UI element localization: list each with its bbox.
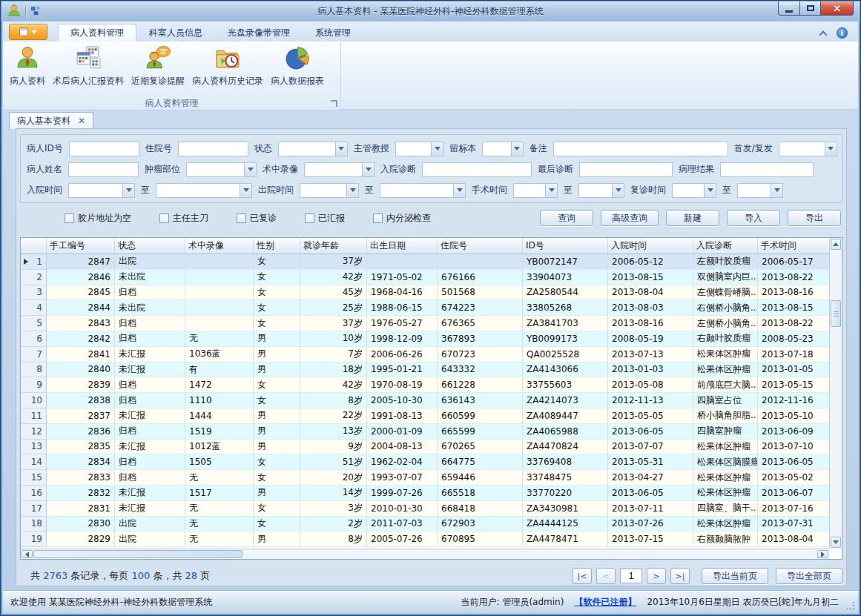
combo-dropdown-button[interactable] [704,184,716,197]
combo-dropdown-button[interactable] [362,163,374,176]
new-button[interactable]: 新建 [666,210,719,226]
checkbox-chief-surgeon[interactable]: 主任主刀 [159,212,208,225]
table-row[interactable]: 102838归档1110女8岁2005-10-30636143ZA4214073… [21,393,829,408]
row-indicator-header[interactable] [21,238,47,254]
patient-name-input[interactable] [68,162,139,177]
registered-link[interactable]: 【软件已注册】 [574,596,636,609]
maximize-button[interactable] [799,1,820,16]
revisit-time-from-combo[interactable] [672,183,716,198]
column-header[interactable]: 入院时间 [608,238,693,254]
table-row[interactable]: 12847出院女37岁YB00721472006-05-12左额叶胶质瘤2006… [21,254,829,270]
resize-grip[interactable] [847,602,854,609]
admission-time-to-combo[interactable] [156,183,252,198]
final-diagnosis-input[interactable] [579,162,673,177]
scroll-down-icon[interactable] [831,537,841,548]
revisit-time-to-combo[interactable] [737,183,783,198]
checkbox-film-address-empty[interactable]: 胶片地址为空 [65,212,131,225]
ribbon-tab-disc-video-management[interactable]: 光盘录像带管理 [215,24,303,42]
quick-access-icon[interactable] [30,5,42,19]
combo-dropdown-button[interactable] [453,184,465,197]
surgery-time-from-combo[interactable] [513,183,558,198]
app-menu-button[interactable] [9,24,47,40]
vscroll-thumb[interactable] [831,300,841,327]
discharge-time-to-combo[interactable] [380,183,466,198]
query-button[interactable]: 查询 [540,210,593,226]
table-row[interactable]: 152833归档无女20岁1993-07-0765944633748475201… [21,470,829,486]
table-row[interactable]: 42844未出院女25岁1988-06-15674223338052682013… [21,300,829,316]
admission-no-input[interactable] [178,142,248,156]
combo-dropdown-button[interactable] [825,142,837,156]
combo-dropdown-button[interactable] [122,184,134,197]
table-row[interactable]: 72841未汇报1036蓝男7岁2006-06-26670723QA002552… [21,347,829,362]
first-or-relapse-combo[interactable] [779,142,837,156]
chief-professor-combo[interactable] [395,142,443,156]
page-input[interactable] [620,569,642,583]
checkbox-reported[interactable]: 已汇报 [305,212,345,225]
export-current-page-button[interactable]: 导出当前页 [702,568,768,584]
remark-input[interactable] [553,142,728,156]
next-page-button[interactable]: > [647,568,666,584]
table-row[interactable]: 122836归档1519男13岁2000-01-09665599ZA406598… [21,424,829,440]
surgery-video-combo[interactable] [304,162,375,177]
combo-dropdown-button[interactable] [612,184,624,197]
column-header[interactable]: 入院诊断 [693,238,758,254]
combo-dropdown-button[interactable] [244,163,256,176]
last-page-button[interactable]: >| [670,568,690,584]
column-header[interactable]: ID号 [523,238,608,254]
document-tab[interactable]: 病人基本资料 ✕ [9,112,93,129]
specimen-combo[interactable] [482,142,524,156]
export-all-pages-button[interactable]: 导出全部页 [776,568,842,584]
surgery-time-to-combo[interactable] [578,183,624,198]
checkbox-endocrine-exam[interactable]: 内分泌检查 [373,212,431,225]
prev-page-button[interactable]: < [596,568,616,584]
status-combo[interactable] [278,142,348,156]
column-header[interactable]: 就诊年龄 [300,238,367,254]
combo-dropdown-button[interactable] [335,142,347,156]
discharge-time-from-combo[interactable] [300,183,359,198]
column-header[interactable]: 手工编号 [47,238,115,254]
table-row[interactable]: 172831未汇报无女3岁2010-01-30668418ZA343098120… [21,501,829,517]
advanced-query-button[interactable]: 高级查询 [601,210,659,226]
column-header[interactable]: 出生日期 [367,238,438,254]
table-row[interactable]: 22846未出院女42岁1971-05-02676166339040732013… [21,270,829,285]
ribbon-tab-system-management[interactable]: 系统管理 [303,24,363,42]
first-page-button[interactable]: |< [573,568,592,584]
combo-dropdown-button[interactable] [545,184,557,197]
table-row[interactable]: 142834归档1505女51岁1962-02-0466477533769408… [21,454,829,470]
ribbon-button-revisit-reminder[interactable]: 近期复诊提醒 [128,44,188,96]
pathology-result-input[interactable] [720,162,814,177]
combo-dropdown-button[interactable] [346,184,358,197]
scroll-right-icon[interactable] [817,550,828,558]
ribbon-button-data-reports[interactable]: 病人数据报表 [267,44,328,96]
ribbon-button-postop-report[interactable]: 术后病人汇报资料 [49,44,128,96]
combo-dropdown-button[interactable] [240,184,251,197]
table-row[interactable]: 182830出院无女2岁2011-07-03672903ZA4444125201… [21,517,829,532]
ribbon-button-patient-records[interactable]: 病人资料 [6,44,49,96]
table-row[interactable]: 92839归档1472女42岁1970-08-19661228337556032… [21,377,829,393]
table-row[interactable]: 162832未汇报1517男14岁1999-07-266655183377022… [21,486,829,501]
table-row[interactable]: 62842归档无男10岁1998-12-09367893YB0099173200… [21,331,829,347]
table-row[interactable]: 82840未汇报有男18岁1995-01-21643332ZA414306620… [21,362,829,378]
column-header[interactable]: 手术时间 [758,238,829,254]
export-button[interactable]: 导出 [788,210,841,226]
table-row[interactable]: 32845归档女45岁1968-04-16501568ZA25805442013… [21,285,829,301]
scroll-left-icon[interactable] [22,550,33,558]
admission-time-from-combo[interactable] [68,183,135,198]
scroll-up-icon[interactable] [831,239,841,250]
minimize-button[interactable] [778,1,799,16]
dialog-launcher-icon[interactable] [331,100,337,107]
horizontal-scrollbar[interactable] [21,549,829,559]
table-row[interactable]: 112837未汇报1444男22岁1991-08-13660599ZA40894… [21,408,829,424]
combo-dropdown-button[interactable] [511,142,523,156]
tumor-site-combo[interactable] [186,162,257,177]
combo-dropdown-button[interactable] [431,142,443,156]
admission-diagnosis-input[interactable] [422,162,532,177]
table-row[interactable]: 52843归档女37岁1976-05-27676365ZA38417032013… [21,316,829,331]
patient-id-input[interactable] [69,142,139,156]
close-button[interactable]: × [820,1,854,16]
ribbon-tab-patient-data-management[interactable]: 病人资料管理 [58,24,136,42]
column-header[interactable]: 住院号 [438,238,523,254]
combo-dropdown-button[interactable] [771,184,782,197]
table-row[interactable]: 192829出院无男8岁2005-07-26670895ZA4478471201… [21,531,829,547]
vertical-scrollbar[interactable] [829,238,842,549]
